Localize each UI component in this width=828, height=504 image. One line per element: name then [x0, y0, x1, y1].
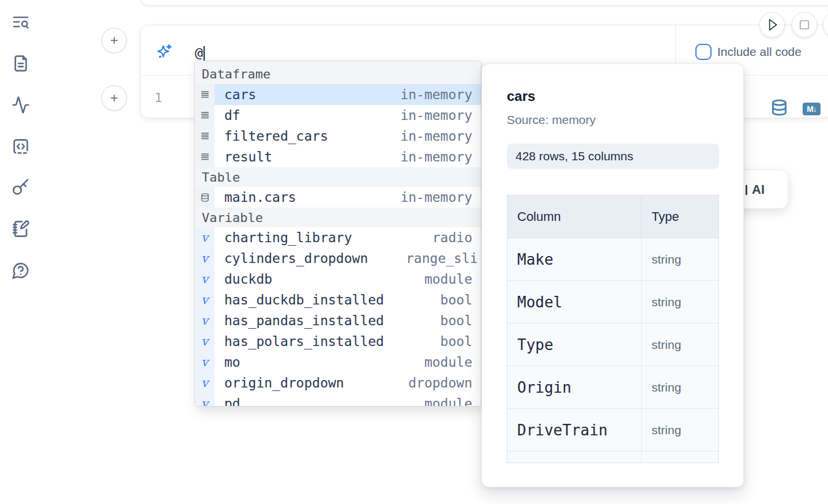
help-chat-icon[interactable]	[12, 261, 30, 280]
variable-icon: v	[195, 289, 214, 310]
variable-icon: v	[195, 373, 214, 393]
autocomplete-item-duckdb[interactable]: v duckdbmodule	[195, 269, 481, 289]
rows-icon	[195, 105, 214, 126]
variable-icon: v	[195, 248, 214, 269]
autocomplete-item-origin-dropdown[interactable]: v origin_dropdowndropdown	[195, 373, 481, 393]
section-header-table: Table	[195, 167, 481, 187]
schema-table: Column Type Make string Model string Typ…	[507, 195, 719, 463]
text-cursor	[204, 46, 205, 61]
schema-row: Model string	[507, 281, 718, 324]
add-cell-below-button[interactable]: +	[101, 85, 127, 111]
section-header-variable: Variable	[195, 208, 481, 227]
previous-cell-edge	[140, 0, 828, 6]
schema-row: Type string	[507, 324, 718, 366]
variable-icon: v	[195, 393, 214, 407]
preview-title: cars	[507, 88, 743, 104]
autocomplete-popup: Dataframe carsin-memory dfin-memory filt…	[194, 61, 481, 407]
database-icon	[195, 187, 214, 208]
autocomplete-item-result[interactable]: resultin-memory	[195, 146, 481, 167]
key-icon[interactable]	[12, 178, 30, 197]
code-snippet-icon[interactable]	[12, 137, 30, 156]
notebook-edit-icon[interactable]	[12, 220, 30, 238]
variable-icon: v	[195, 310, 214, 331]
variable-icon: v	[195, 269, 214, 289]
add-cell-above-button[interactable]: +	[101, 28, 127, 53]
preview-source: Source: memory	[507, 113, 743, 127]
search-toc-icon[interactable]	[12, 13, 30, 31]
run-cell-button[interactable]	[759, 12, 785, 37]
autocomplete-item-has-pandas-installed[interactable]: v has_pandas_installedbool	[195, 310, 481, 331]
rows-icon	[195, 146, 214, 167]
sparkles-icon	[156, 43, 173, 60]
variable-icon: v	[195, 227, 214, 248]
stop-icon	[792, 12, 816, 37]
autocomplete-item-charting-library[interactable]: v charting_libraryradio	[195, 227, 481, 248]
markdown-icon[interactable]: M↓	[803, 103, 821, 115]
variable-icon: v	[195, 352, 214, 373]
clipped-letter	[746, 185, 747, 195]
database-icon[interactable]	[770, 99, 788, 116]
autocomplete-item-pd[interactable]: v pdmodule	[195, 393, 481, 407]
ai-prompt-input[interactable]: @	[195, 44, 205, 61]
include-all-code-checkbox[interactable]	[695, 44, 712, 60]
autocomplete-item-cylinders-dropdown[interactable]: v cylinders_dropdownrange_sli	[195, 248, 481, 269]
schema-row: Make string	[507, 238, 718, 281]
line-number: 1	[155, 91, 162, 105]
rows-icon	[195, 84, 214, 105]
activity-icon[interactable]	[12, 96, 30, 114]
schema-row: Origin string	[507, 366, 718, 409]
rows-icon	[195, 126, 214, 146]
autocomplete-item-has-duckdb-installed[interactable]: v has_duckdb_installedbool	[195, 289, 481, 310]
schema-row: DriveTrain string	[507, 409, 718, 452]
autocomplete-item-filtered-cars[interactable]: filtered_carsin-memory	[195, 126, 481, 146]
autocomplete-item-cars[interactable]: carsin-memory	[195, 84, 481, 105]
file-document-icon[interactable]	[12, 54, 30, 73]
schema-header-row: Column Type	[507, 195, 718, 238]
section-header-dataframe: Dataframe	[195, 61, 481, 84]
variable-icon: v	[195, 331, 214, 352]
autocomplete-item-df[interactable]: dfin-memory	[195, 105, 481, 126]
autocomplete-item-has-polars-installed[interactable]: v has_polars_installedbool	[195, 331, 481, 352]
play-icon	[760, 12, 784, 37]
include-all-code-label: Include all code	[717, 44, 801, 60]
dataframe-preview-panel: cars Source: memory 428 rows, 15 columns…	[481, 63, 744, 487]
shape-badge: 428 rows, 15 columns	[507, 144, 719, 169]
autocomplete-item-main-cars[interactable]: main.carsin-memory	[195, 187, 481, 208]
autocomplete-item-mo[interactable]: v momodule	[195, 352, 481, 373]
stop-button[interactable]	[792, 12, 817, 37]
schema-row	[507, 452, 718, 463]
